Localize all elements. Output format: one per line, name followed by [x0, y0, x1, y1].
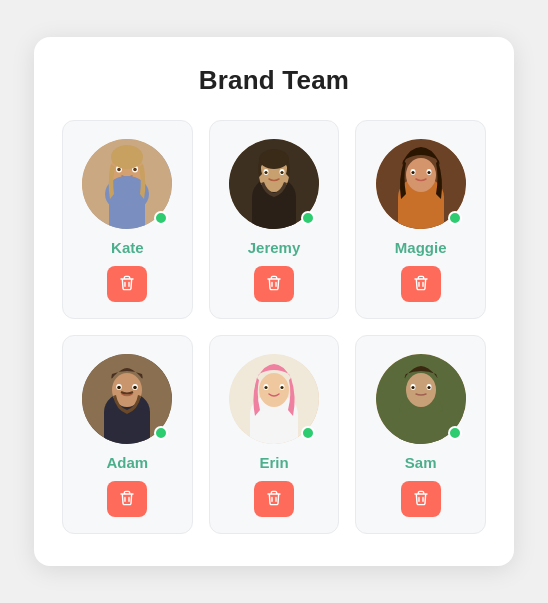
svg-point-37 [280, 386, 283, 389]
svg-point-6 [134, 168, 138, 172]
svg-point-15 [280, 171, 283, 174]
svg-point-14 [264, 171, 267, 174]
svg-point-23 [427, 171, 430, 174]
member-name-maggie: Maggie [395, 239, 447, 256]
member-card-maggie: Maggie [355, 120, 486, 319]
online-badge-kate [154, 211, 168, 225]
avatar-wrapper-sam [376, 354, 466, 444]
avatar-wrapper-maggie [376, 139, 466, 229]
trash-icon-sam [413, 490, 429, 509]
svg-point-19 [406, 158, 436, 192]
svg-point-44 [427, 386, 430, 389]
svg-point-8 [111, 145, 143, 169]
online-badge-adam [154, 426, 168, 440]
svg-point-22 [411, 171, 414, 174]
team-card: Brand Team Kate [34, 37, 514, 566]
member-name-kate: Kate [111, 239, 144, 256]
trash-icon-jeremy [266, 275, 282, 294]
delete-button-maggie[interactable] [401, 266, 441, 302]
svg-point-29 [118, 386, 122, 390]
trash-icon-erin [266, 490, 282, 509]
avatar-wrapper-kate [82, 139, 172, 229]
delete-button-sam[interactable] [401, 481, 441, 517]
member-name-adam: Adam [106, 454, 148, 471]
online-badge-jeremy [301, 211, 315, 225]
svg-point-30 [134, 386, 138, 390]
avatar-wrapper-adam [82, 354, 172, 444]
member-name-sam: Sam [405, 454, 437, 471]
svg-point-36 [264, 386, 267, 389]
avatar-wrapper-erin [229, 354, 319, 444]
trash-icon-maggie [413, 275, 429, 294]
delete-button-jeremy[interactable] [254, 266, 294, 302]
member-card-adam: Adam [62, 335, 193, 534]
page-title: Brand Team [62, 65, 486, 96]
delete-button-adam[interactable] [107, 481, 147, 517]
member-card-erin: Erin [209, 335, 340, 534]
online-badge-maggie [448, 211, 462, 225]
member-card-jeremy: Jeremy [209, 120, 340, 319]
trash-icon-adam [119, 490, 135, 509]
online-badge-sam [448, 426, 462, 440]
member-card-sam: Sam [355, 335, 486, 534]
member-name-jeremy: Jeremy [248, 239, 301, 256]
svg-point-40 [406, 373, 436, 407]
svg-point-33 [259, 373, 289, 407]
member-name-erin: Erin [259, 454, 288, 471]
svg-point-5 [118, 168, 122, 172]
delete-button-kate[interactable] [107, 266, 147, 302]
avatar-wrapper-jeremy [229, 139, 319, 229]
online-badge-erin [301, 426, 315, 440]
trash-icon-kate [119, 275, 135, 294]
team-grid: Kate Jeremy [62, 120, 486, 534]
delete-button-erin[interactable] [254, 481, 294, 517]
svg-point-16 [259, 149, 289, 169]
member-card-kate: Kate [62, 120, 193, 319]
svg-point-43 [411, 386, 414, 389]
